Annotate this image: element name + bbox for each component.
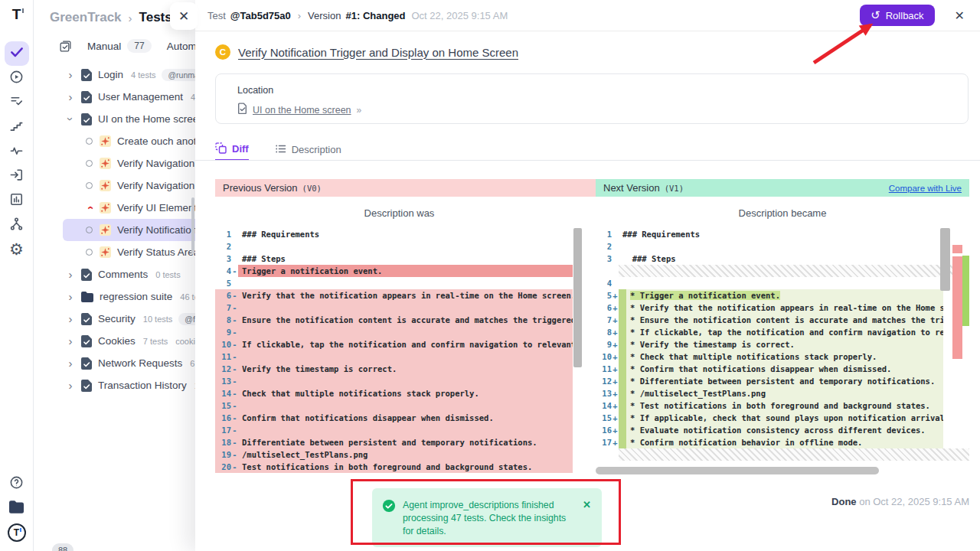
tree-scrollbar-thumb[interactable] bbox=[191, 197, 194, 254]
line-number: 5 bbox=[596, 289, 612, 302]
line-text bbox=[238, 326, 573, 338]
line-text: * Check that multiple notifications stac… bbox=[626, 350, 943, 363]
line-marker: - bbox=[231, 350, 238, 363]
compare-with-live-link[interactable]: Compare with Live bbox=[889, 184, 962, 193]
line-text: Verify that the notification appears in … bbox=[238, 289, 573, 302]
right-scrollbar-thumb[interactable] bbox=[940, 228, 950, 291]
tab-diff[interactable]: Diff bbox=[215, 139, 249, 161]
chevron-right-icon[interactable]: › bbox=[66, 268, 75, 281]
line-marker bbox=[612, 253, 619, 265]
nav-rail: T ⚙ bbox=[0, 0, 34, 551]
toast-close-icon[interactable]: ✕ bbox=[581, 499, 593, 510]
test-title-link[interactable]: Verify Notification Trigger and Display … bbox=[238, 46, 518, 59]
chevron-right-icon[interactable]: › bbox=[66, 290, 75, 303]
next-version-header: Next Version (V1) Compare with Live bbox=[596, 179, 969, 197]
radio-status-icon[interactable] bbox=[86, 227, 93, 233]
line-text: Ensure the notification content is accur… bbox=[238, 314, 573, 326]
radio-status-icon[interactable] bbox=[86, 160, 93, 167]
steps-icon bbox=[9, 119, 24, 136]
rollback-button[interactable]: ↺ Rollback bbox=[860, 5, 934, 26]
line-text: Confirm that notifications disappear whe… bbox=[238, 412, 573, 424]
line-marker: + bbox=[612, 302, 619, 314]
diff-line: 14+* Test notifications in both foregrou… bbox=[596, 399, 969, 412]
chevron-down-icon[interactable]: › bbox=[64, 115, 77, 124]
version-drawer: ✕ Test @Tab5d75a0 › Version #1: Changed … bbox=[195, 0, 980, 551]
line-text: If clickable, tap the notification and c… bbox=[238, 338, 573, 350]
line-number: 4 bbox=[596, 277, 612, 289]
line-number: 11 bbox=[215, 350, 231, 363]
diff-line: 13+* /multiselect_TestPlans.png bbox=[596, 387, 969, 399]
drawer-close-tab-button[interactable]: ✕ bbox=[170, 2, 198, 30]
line-marker: + bbox=[612, 436, 619, 448]
rail-settings-button[interactable]: ⚙ bbox=[5, 237, 29, 262]
file-check-icon bbox=[81, 113, 92, 126]
rail-signin-button[interactable] bbox=[5, 164, 29, 188]
breadcrumb-separator-icon: › bbox=[129, 11, 132, 24]
tree-item-label: Login bbox=[98, 69, 123, 80]
diff-line: 10-If clickable, tap the notification an… bbox=[215, 338, 573, 350]
diff-line: 4 bbox=[596, 277, 969, 289]
list-check-icon bbox=[9, 94, 24, 112]
rail-help-button[interactable] bbox=[5, 471, 29, 496]
previous-version-tag: (V0) bbox=[302, 184, 322, 193]
rail-branch-button[interactable] bbox=[5, 213, 29, 237]
radio-status-icon[interactable] bbox=[86, 138, 93, 145]
diff-line: 9- bbox=[215, 326, 573, 338]
radio-status-icon[interactable] bbox=[86, 182, 93, 189]
line-text: * /multiselect_TestPlans.png bbox=[626, 387, 943, 399]
chevron-right-icon[interactable]: › bbox=[66, 68, 75, 81]
line-number: 8 bbox=[215, 314, 231, 326]
agent-toast: Agent improve_descriptions finished proc… bbox=[372, 488, 602, 547]
line-marker: - bbox=[231, 326, 238, 338]
rail-activity-button[interactable] bbox=[5, 139, 29, 164]
rail-runs-button[interactable] bbox=[5, 66, 29, 90]
chevron-right-icon[interactable]: › bbox=[66, 379, 75, 392]
line-marker: + bbox=[612, 326, 619, 338]
line-marker bbox=[231, 253, 238, 265]
chevron-right-icon[interactable]: › bbox=[66, 312, 75, 325]
header-test-id[interactable]: @Tab5d75a0 bbox=[230, 10, 291, 21]
file-check-icon bbox=[81, 313, 92, 325]
diff-line: 19-/multiselect_TestPlans.png bbox=[215, 448, 573, 461]
chevron-right-icon[interactable]: › bbox=[66, 357, 75, 370]
chevron-right-icon[interactable]: › bbox=[66, 90, 75, 103]
line-number: 2 bbox=[215, 240, 231, 253]
chevron-up-icon[interactable]: › bbox=[83, 204, 96, 213]
breadcrumb-app[interactable]: GreenTrack bbox=[50, 10, 122, 25]
rail-checklist-button[interactable] bbox=[5, 90, 29, 115]
rail-files-button[interactable] bbox=[5, 496, 29, 520]
tab-description[interactable]: Description bbox=[275, 139, 341, 161]
breadcrumb-page[interactable]: Tests bbox=[139, 10, 172, 25]
diff-collapsed-region bbox=[596, 448, 969, 461]
help-circle-icon bbox=[9, 475, 24, 493]
line-text bbox=[238, 399, 573, 412]
line-number: 6 bbox=[215, 289, 231, 302]
header-timestamp: Oct 22, 2025 9:15 AM bbox=[412, 10, 508, 21]
tree-item-label: Security bbox=[98, 313, 136, 324]
line-number: 16 bbox=[215, 412, 231, 424]
line-number: 17 bbox=[596, 436, 612, 448]
rail-reports-button[interactable] bbox=[5, 188, 29, 213]
location-link[interactable]: UI on the Home screen bbox=[253, 105, 351, 116]
diff-line: 15+* If applicable, check that sound pla… bbox=[596, 412, 969, 424]
diff-line: 16-Confirm that notifications disappear … bbox=[215, 412, 573, 424]
rail-account-button[interactable]: T bbox=[5, 520, 29, 545]
drawer-close-icon[interactable]: ✕ bbox=[955, 8, 965, 23]
chevron-right-icon[interactable]: › bbox=[66, 334, 75, 347]
line-text bbox=[238, 302, 573, 314]
line-number: 1 bbox=[596, 228, 612, 240]
diff-line: 7- bbox=[215, 302, 573, 314]
radio-status-icon[interactable] bbox=[86, 249, 93, 256]
diff-line: 17+* Confirm notification behavior in of… bbox=[596, 436, 969, 448]
rail-tests-button[interactable] bbox=[5, 41, 29, 66]
bottom-count-badge: 88 bbox=[52, 543, 74, 551]
overview-ruler-deleted-mark bbox=[952, 256, 962, 359]
tab-manual[interactable]: Manual 77 bbox=[87, 39, 152, 53]
rail-steps-button[interactable] bbox=[5, 115, 29, 139]
line-marker: + bbox=[612, 338, 619, 350]
left-scrollbar-thumb[interactable] bbox=[573, 228, 582, 367]
horizontal-scrollbar-thumb[interactable] bbox=[596, 467, 879, 474]
line-number: 1 bbox=[215, 228, 231, 240]
diff-line: 20-Test notifications in both foreground… bbox=[215, 461, 573, 473]
line-text bbox=[238, 277, 573, 289]
